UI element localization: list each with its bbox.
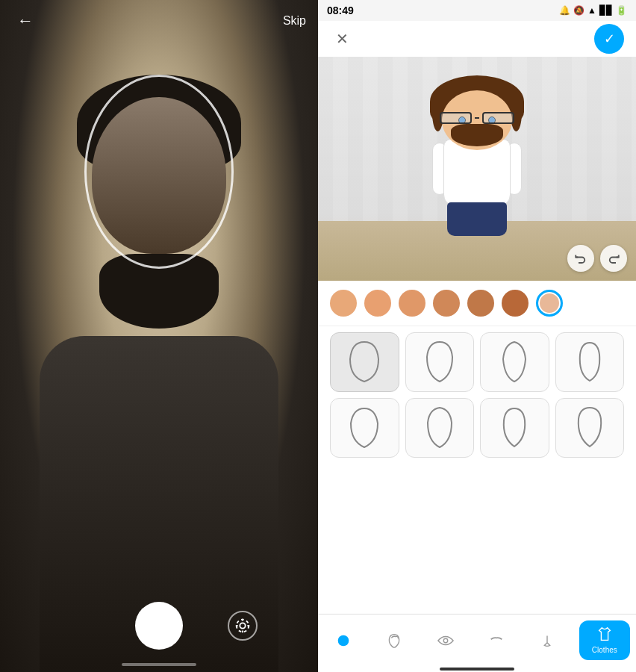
confirm-button[interactable]: ✓: [594, 24, 624, 54]
skin-swatch-3[interactable]: [399, 290, 425, 317]
svg-point-3: [443, 638, 448, 643]
redo-button[interactable]: [600, 245, 627, 272]
capture-button[interactable]: [135, 602, 183, 650]
face-shape-option-5[interactable]: [330, 398, 399, 458]
avatar-glasses-bridge: [475, 117, 479, 119]
face-shape-option-3[interactable]: [480, 332, 549, 392]
face-shape-option-8[interactable]: [555, 398, 625, 458]
tab-nose[interactable]: [522, 615, 573, 666]
home-indicator-left: [122, 663, 196, 666]
tab-eyes[interactable]: [420, 615, 471, 666]
editor-top-bar: ✕ ✓: [318, 21, 636, 57]
camera-panel: ← Skip: [0, 0, 318, 672]
battery-icon: 🔋: [616, 5, 627, 16]
notification-icon: 🔔: [559, 5, 570, 16]
face-shape-option-4[interactable]: [555, 332, 625, 392]
face-shape-option-1[interactable]: [330, 332, 399, 392]
wifi-icon: ▲: [587, 5, 596, 16]
camera-bottom-controls: [0, 602, 318, 650]
close-button[interactable]: ✕: [330, 27, 354, 51]
skin-swatch-2[interactable]: [364, 290, 391, 317]
skin-swatch-7-selected[interactable]: [536, 290, 563, 317]
clothes-tab-label: Clothes: [592, 646, 617, 654]
avatar-editor-panel: 08:49 🔔 🔕 ▲ ▊▊ 🔋 ✕ ✓: [318, 0, 636, 672]
camera-top-bar: ← Skip: [0, 0, 318, 42]
face-detection-oval: [84, 75, 234, 269]
status-bar: 08:49 🔔 🔕 ▲ ▊▊ 🔋: [318, 0, 636, 21]
tab-face[interactable]: [318, 615, 369, 666]
avatar-lens-right: [482, 112, 514, 124]
svg-point-0: [240, 623, 245, 628]
avatar-glasses: [440, 111, 514, 125]
switch-camera-button[interactable]: [228, 611, 258, 641]
avatar-beard: [451, 124, 503, 146]
undo-redo-controls: [567, 245, 627, 272]
tab-hair[interactable]: [369, 615, 420, 666]
avatar-lens-left: [440, 112, 472, 124]
tab-clothes[interactable]: Clothes: [579, 620, 630, 660]
face-oval-border: [84, 75, 234, 269]
undo-button[interactable]: [567, 245, 594, 272]
face-shape-row-2: [330, 398, 624, 458]
home-bar: [440, 668, 514, 671]
signal-icon: ▊▊: [599, 5, 613, 16]
face-shape-grid: [318, 326, 636, 614]
status-time: 08:49: [327, 4, 354, 16]
avatar-head: [436, 79, 518, 161]
face-shape-option-6[interactable]: [405, 398, 475, 458]
svg-point-1: [237, 620, 249, 632]
status-icons: 🔔 🔕 ▲ ▊▊ 🔋: [559, 5, 627, 16]
skin-swatch-1[interactable]: [330, 290, 357, 317]
skin-color-selector: [318, 281, 636, 326]
home-indicator-right: [318, 666, 636, 672]
back-button[interactable]: ←: [12, 7, 39, 34]
editor-tab-bar: Clothes: [318, 614, 636, 666]
face-shape-row-1: [330, 332, 624, 392]
tab-brows[interactable]: [471, 615, 522, 666]
mute-icon: 🔕: [573, 5, 584, 16]
face-shape-option-2[interactable]: [405, 332, 475, 392]
face-shape-option-7[interactable]: [480, 398, 549, 458]
skip-button[interactable]: Skip: [283, 14, 306, 28]
svg-point-2: [338, 635, 349, 646]
avatar-pants: [447, 202, 507, 236]
skin-swatch-4[interactable]: [433, 290, 460, 317]
skin-swatch-5[interactable]: [467, 290, 494, 317]
skin-swatch-6[interactable]: [502, 290, 529, 317]
avatar-display: [318, 57, 636, 281]
